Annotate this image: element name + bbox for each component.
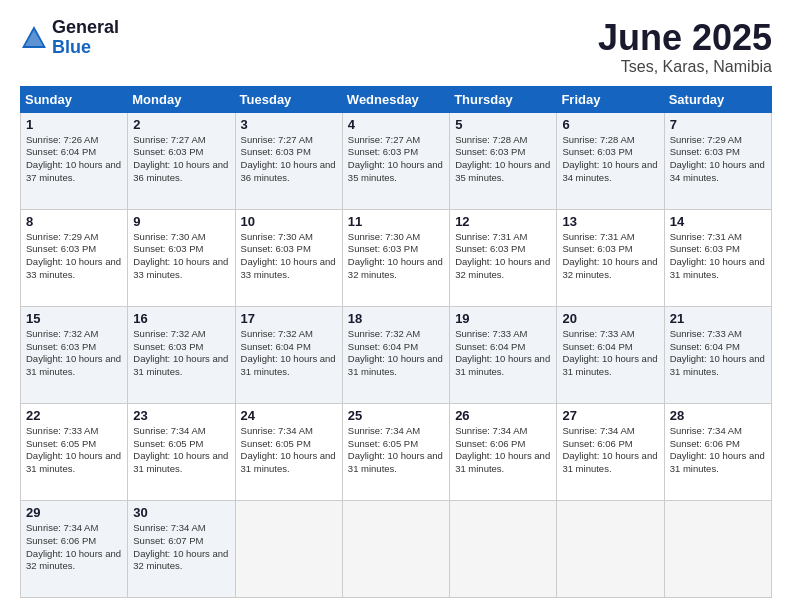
weekday-header-row: Sunday Monday Tuesday Wednesday Thursday… [21,86,772,112]
day-number: 3 [241,117,337,132]
calendar-cell: 11Sunrise: 7:30 AMSunset: 6:03 PMDayligh… [342,209,449,306]
calendar-cell: 9Sunrise: 7:30 AMSunset: 6:03 PMDaylight… [128,209,235,306]
calendar-cell [450,500,557,597]
day-info: Sunrise: 7:33 AMSunset: 6:04 PMDaylight:… [562,328,657,377]
page: General Blue June 2025 Tses, Karas, Nami… [0,0,792,612]
day-number: 15 [26,311,122,326]
calendar-cell: 28Sunrise: 7:34 AMSunset: 6:06 PMDayligh… [664,403,771,500]
day-number: 21 [670,311,766,326]
day-number: 2 [133,117,229,132]
day-info: Sunrise: 7:33 AMSunset: 6:04 PMDaylight:… [670,328,765,377]
day-info: Sunrise: 7:27 AMSunset: 6:03 PMDaylight:… [241,134,336,183]
day-info: Sunrise: 7:30 AMSunset: 6:03 PMDaylight:… [133,231,228,280]
day-number: 18 [348,311,444,326]
header-thursday: Thursday [450,86,557,112]
calendar-row: 15Sunrise: 7:32 AMSunset: 6:03 PMDayligh… [21,306,772,403]
day-number: 14 [670,214,766,229]
calendar-row: 29Sunrise: 7:34 AMSunset: 6:06 PMDayligh… [21,500,772,597]
day-number: 9 [133,214,229,229]
header-wednesday: Wednesday [342,86,449,112]
day-number: 5 [455,117,551,132]
calendar-row: 22Sunrise: 7:33 AMSunset: 6:05 PMDayligh… [21,403,772,500]
calendar-cell: 22Sunrise: 7:33 AMSunset: 6:05 PMDayligh… [21,403,128,500]
header-saturday: Saturday [664,86,771,112]
calendar-cell: 16Sunrise: 7:32 AMSunset: 6:03 PMDayligh… [128,306,235,403]
day-info: Sunrise: 7:31 AMSunset: 6:03 PMDaylight:… [455,231,550,280]
calendar-title: June 2025 [598,18,772,58]
day-number: 29 [26,505,122,520]
title-block: June 2025 Tses, Karas, Namibia [598,18,772,76]
calendar-cell: 18Sunrise: 7:32 AMSunset: 6:04 PMDayligh… [342,306,449,403]
day-info: Sunrise: 7:26 AMSunset: 6:04 PMDaylight:… [26,134,121,183]
calendar-cell: 19Sunrise: 7:33 AMSunset: 6:04 PMDayligh… [450,306,557,403]
day-info: Sunrise: 7:34 AMSunset: 6:05 PMDaylight:… [133,425,228,474]
calendar-cell: 15Sunrise: 7:32 AMSunset: 6:03 PMDayligh… [21,306,128,403]
header-friday: Friday [557,86,664,112]
calendar-cell [664,500,771,597]
day-info: Sunrise: 7:29 AMSunset: 6:03 PMDaylight:… [26,231,121,280]
calendar-cell: 2Sunrise: 7:27 AMSunset: 6:03 PMDaylight… [128,112,235,209]
day-number: 22 [26,408,122,423]
calendar-cell: 26Sunrise: 7:34 AMSunset: 6:06 PMDayligh… [450,403,557,500]
day-info: Sunrise: 7:30 AMSunset: 6:03 PMDaylight:… [348,231,443,280]
day-number: 10 [241,214,337,229]
calendar-subtitle: Tses, Karas, Namibia [598,58,772,76]
calendar-cell: 30Sunrise: 7:34 AMSunset: 6:07 PMDayligh… [128,500,235,597]
calendar-cell: 21Sunrise: 7:33 AMSunset: 6:04 PMDayligh… [664,306,771,403]
day-number: 30 [133,505,229,520]
calendar-cell [557,500,664,597]
logo: General Blue [20,18,119,58]
day-info: Sunrise: 7:33 AMSunset: 6:05 PMDaylight:… [26,425,121,474]
day-info: Sunrise: 7:34 AMSunset: 6:06 PMDaylight:… [26,522,121,571]
calendar-cell: 1Sunrise: 7:26 AMSunset: 6:04 PMDaylight… [21,112,128,209]
logo-text: General Blue [52,18,119,58]
day-info: Sunrise: 7:27 AMSunset: 6:03 PMDaylight:… [133,134,228,183]
calendar-cell: 24Sunrise: 7:34 AMSunset: 6:05 PMDayligh… [235,403,342,500]
logo-general: General [52,18,119,38]
day-info: Sunrise: 7:34 AMSunset: 6:06 PMDaylight:… [670,425,765,474]
day-number: 23 [133,408,229,423]
day-number: 28 [670,408,766,423]
calendar-cell: 17Sunrise: 7:32 AMSunset: 6:04 PMDayligh… [235,306,342,403]
header-monday: Monday [128,86,235,112]
calendar-cell: 4Sunrise: 7:27 AMSunset: 6:03 PMDaylight… [342,112,449,209]
day-number: 4 [348,117,444,132]
day-number: 27 [562,408,658,423]
day-number: 19 [455,311,551,326]
day-number: 6 [562,117,658,132]
logo-icon [20,24,48,52]
calendar-cell: 5Sunrise: 7:28 AMSunset: 6:03 PMDaylight… [450,112,557,209]
calendar-cell: 7Sunrise: 7:29 AMSunset: 6:03 PMDaylight… [664,112,771,209]
logo-blue: Blue [52,38,119,58]
day-number: 17 [241,311,337,326]
day-number: 16 [133,311,229,326]
header: General Blue June 2025 Tses, Karas, Nami… [20,18,772,76]
day-info: Sunrise: 7:31 AMSunset: 6:03 PMDaylight:… [670,231,765,280]
day-number: 1 [26,117,122,132]
calendar-cell: 13Sunrise: 7:31 AMSunset: 6:03 PMDayligh… [557,209,664,306]
calendar-cell: 6Sunrise: 7:28 AMSunset: 6:03 PMDaylight… [557,112,664,209]
day-number: 8 [26,214,122,229]
calendar-row: 1Sunrise: 7:26 AMSunset: 6:04 PMDaylight… [21,112,772,209]
day-info: Sunrise: 7:32 AMSunset: 6:03 PMDaylight:… [26,328,121,377]
calendar-cell [342,500,449,597]
day-info: Sunrise: 7:34 AMSunset: 6:06 PMDaylight:… [455,425,550,474]
day-info: Sunrise: 7:29 AMSunset: 6:03 PMDaylight:… [670,134,765,183]
calendar-cell: 10Sunrise: 7:30 AMSunset: 6:03 PMDayligh… [235,209,342,306]
day-info: Sunrise: 7:32 AMSunset: 6:04 PMDaylight:… [241,328,336,377]
day-info: Sunrise: 7:28 AMSunset: 6:03 PMDaylight:… [562,134,657,183]
calendar-cell: 20Sunrise: 7:33 AMSunset: 6:04 PMDayligh… [557,306,664,403]
day-info: Sunrise: 7:34 AMSunset: 6:05 PMDaylight:… [241,425,336,474]
calendar-row: 8Sunrise: 7:29 AMSunset: 6:03 PMDaylight… [21,209,772,306]
day-info: Sunrise: 7:30 AMSunset: 6:03 PMDaylight:… [241,231,336,280]
calendar-cell: 23Sunrise: 7:34 AMSunset: 6:05 PMDayligh… [128,403,235,500]
day-number: 20 [562,311,658,326]
calendar-cell [235,500,342,597]
day-info: Sunrise: 7:32 AMSunset: 6:03 PMDaylight:… [133,328,228,377]
day-info: Sunrise: 7:31 AMSunset: 6:03 PMDaylight:… [562,231,657,280]
calendar-cell: 12Sunrise: 7:31 AMSunset: 6:03 PMDayligh… [450,209,557,306]
day-info: Sunrise: 7:28 AMSunset: 6:03 PMDaylight:… [455,134,550,183]
calendar-cell: 25Sunrise: 7:34 AMSunset: 6:05 PMDayligh… [342,403,449,500]
calendar-cell: 29Sunrise: 7:34 AMSunset: 6:06 PMDayligh… [21,500,128,597]
day-number: 26 [455,408,551,423]
